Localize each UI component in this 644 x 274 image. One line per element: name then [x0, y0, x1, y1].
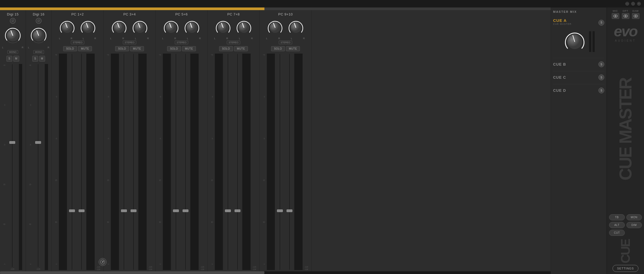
lr-labels-pc12: LRLR — [53, 37, 102, 40]
fader-handle-R-pc78[interactable] — [235, 209, 240, 212]
cue-master-big-area: CUE MASTER — [609, 46, 642, 212]
mute-button-pc78[interactable]: MUTE — [234, 46, 248, 51]
scrollbar-track[interactable] — [0, 271, 551, 274]
mode-pc34: STEREO — [123, 41, 136, 44]
cue-master-big-text: CUE MASTER — [617, 78, 634, 180]
scrollbar-thumb[interactable] — [0, 271, 264, 274]
mute-button-pc12[interactable]: MUTE — [78, 46, 92, 51]
cue-a-s-button[interactable]: S — [598, 20, 604, 26]
maximize-button[interactable]: □ — [631, 2, 635, 6]
cue-a-knob[interactable] — [563, 30, 587, 54]
opt-eye-button[interactable] — [622, 13, 629, 19]
knob-L-pc910[interactable] — [265, 18, 285, 37]
cue-b-label[interactable]: CUE B — [553, 62, 566, 66]
fader-handle-R-pc56[interactable] — [183, 209, 188, 212]
cue-bottom-text: CUE — [619, 240, 632, 263]
daw-eye-button[interactable] — [632, 13, 639, 19]
close-button[interactable]: × — [637, 2, 641, 6]
fader-handle-L-pc78[interactable] — [225, 209, 231, 212]
knob-R-pc34[interactable] — [130, 18, 150, 37]
fader-handle-L-pc56[interactable] — [173, 209, 179, 212]
channel-digi16: Digi 16 — [26, 10, 52, 271]
fader-handle-R-pc910[interactable] — [287, 209, 292, 212]
knob-pair-pc78 — [214, 18, 253, 37]
knob-L-pc78[interactable] — [214, 18, 233, 37]
mic-opt-daw-row: MIC OPT DAW — [612, 10, 639, 19]
audient-label: AUDIENT — [615, 39, 636, 42]
cue-b-s-button[interactable]: S — [598, 61, 604, 67]
sm-buttons-pc34: SOLO MUTE — [115, 46, 144, 51]
cue-c-s-button[interactable]: S — [598, 74, 604, 80]
daw-label: DAW — [633, 10, 639, 12]
fader-R-pc12[interactable] — [78, 53, 86, 270]
knob-digi15[interactable] — [2, 25, 23, 46]
mute-button-pc34[interactable]: MUTE — [130, 46, 144, 51]
opt-label: OPT — [623, 10, 629, 12]
knob-L-pc34[interactable] — [110, 18, 129, 37]
master-mix-title: MASTER MIX — [553, 10, 604, 13]
channel-pc78: PC 7+8 — [208, 10, 260, 271]
tb-button[interactable]: TB — [609, 214, 625, 220]
solo-button-pc910[interactable]: SOLO — [271, 46, 285, 51]
fader-handle-digi15[interactable] — [9, 141, 15, 144]
cue-d-section: CUE D S — [553, 84, 604, 97]
cue-a-label[interactable]: CUE A — [553, 18, 571, 23]
null-icon-digi15 — [10, 18, 16, 24]
knob-R-pc56[interactable] — [182, 18, 202, 37]
mic-eye-button[interactable] — [612, 13, 619, 19]
evo-logo-text: evo — [614, 23, 637, 39]
dim-button[interactable]: DIM — [626, 222, 642, 228]
solo-button-pc12[interactable]: SOLO — [63, 46, 77, 51]
fader-area-pc34: +60-51530∞ — [105, 52, 154, 270]
knob-pair-pc910 — [265, 18, 305, 37]
fader-area-pc12: +60-51530∞ — [53, 52, 102, 270]
channel-digi15: Digi 15 — [0, 10, 26, 271]
s-button-digi15[interactable]: S — [6, 56, 12, 62]
bottom-vals-pc12: -128-128 — [96, 53, 100, 270]
fader-track-digi15[interactable]: -128 — [7, 64, 18, 270]
mode-pc56: STEREO — [175, 41, 188, 44]
knob-pair-pc34 — [110, 18, 150, 37]
cut-button[interactable]: CUT — [609, 230, 625, 236]
s-button-digi16[interactable]: S — [32, 56, 38, 62]
minimize-button[interactable]: — — [625, 2, 629, 6]
fader-handle-L-pc34[interactable] — [121, 209, 127, 212]
channel-name-pc910: PC 9+10 — [278, 12, 293, 16]
m-button-digi15[interactable]: M — [13, 56, 19, 62]
knob-R-pc910[interactable] — [286, 18, 305, 37]
cue-d-s-button[interactable]: S — [598, 88, 604, 93]
opt-group: OPT — [622, 10, 629, 19]
knob-R-pc78[interactable] — [234, 18, 253, 37]
knob-digi16[interactable] — [28, 25, 49, 46]
mute-button-pc56[interactable]: MUTE — [182, 46, 196, 51]
scale-digi16: +60-51530∞ — [29, 64, 32, 270]
fader-L-pc12[interactable] — [68, 53, 76, 270]
fader-track-digi16[interactable]: -128 — [33, 64, 43, 270]
svg-point-35 — [102, 261, 103, 263]
settings-button[interactable]: SETTINGS — [613, 265, 638, 272]
fader-handle-L-pc12[interactable] — [69, 209, 75, 212]
fader-rail-digi16 — [37, 64, 39, 267]
knob-pair-pc56 — [162, 18, 202, 37]
cue-c-label[interactable]: CUE C — [553, 75, 566, 80]
knob-L-pc56[interactable] — [162, 18, 181, 37]
fader-handle-digi16[interactable] — [35, 141, 41, 144]
m-button-digi16[interactable]: M — [39, 56, 45, 62]
evo-logo: evo — [614, 24, 637, 39]
mute-button-pc910[interactable]: MUTE — [286, 46, 300, 51]
knob-L-pc12[interactable] — [58, 18, 77, 37]
knob-R-pc12[interactable] — [78, 18, 98, 37]
fader-handle-L-pc910[interactable] — [277, 209, 283, 212]
solo-button-pc56[interactable]: SOLO — [167, 46, 181, 51]
solo-button-pc34[interactable]: SOLO — [115, 46, 129, 51]
mon-button[interactable]: MON — [626, 214, 642, 220]
lb-button[interactable] — [99, 258, 107, 266]
fader-handle-R-pc34[interactable] — [131, 209, 136, 212]
alt-button[interactable]: ALT — [609, 222, 625, 228]
mode-digi16: MONO — [33, 50, 44, 54]
fader-handle-R-pc12[interactable] — [79, 209, 84, 212]
cue-d-label[interactable]: CUE D — [553, 88, 566, 93]
vu-digi16 — [45, 64, 48, 270]
solo-button-pc78[interactable]: SOLO — [219, 46, 233, 51]
sm-buttons-digi16: S M — [32, 56, 45, 62]
